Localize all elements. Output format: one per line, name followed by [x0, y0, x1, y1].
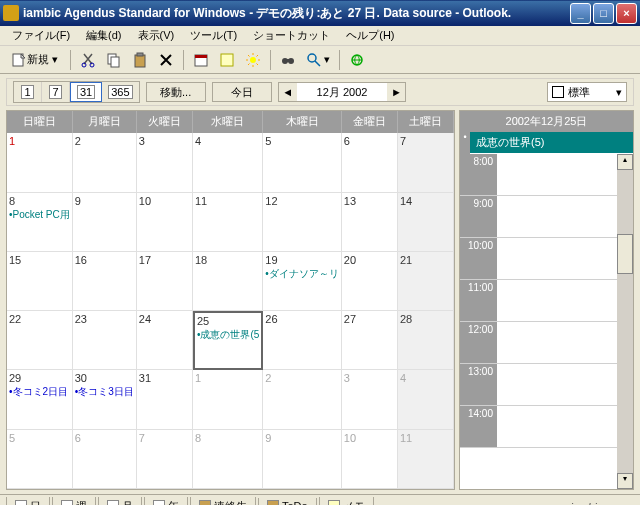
zoom-button[interactable]: ▾	[302, 49, 334, 71]
day-hour-row[interactable]: 11:00	[460, 280, 617, 322]
date-selector: ◄ 12月 2002 ►	[278, 82, 407, 102]
cut-button[interactable]	[76, 49, 100, 71]
calendar-cell[interactable]: 21	[398, 252, 454, 311]
todo-icon	[267, 500, 279, 505]
calendar-cell[interactable]: 19•ダイナソア～リ	[263, 252, 342, 311]
calendar-cell[interactable]: 10	[342, 430, 398, 489]
calendar-cell[interactable]: 16	[73, 252, 137, 311]
menu-edit[interactable]: 編集(d)	[78, 26, 129, 45]
day-hour-row[interactable]: 9:00	[460, 196, 617, 238]
day-timeline[interactable]: 8:009:0010:0011:0012:0013:0014:00	[460, 154, 617, 489]
calendar-cell[interactable]: 2	[263, 370, 342, 429]
sun-button[interactable]	[241, 49, 265, 71]
week-icon	[61, 500, 73, 505]
calendar-cell[interactable]: 17	[137, 252, 193, 311]
day-hour-row[interactable]: 10:00	[460, 238, 617, 280]
menu-file[interactable]: ファイル(F)	[4, 26, 78, 45]
tab-year[interactable]: 年	[144, 497, 188, 506]
tab-memo[interactable]: メモ	[319, 497, 374, 506]
note-button[interactable]	[215, 49, 239, 71]
delete-button[interactable]	[154, 49, 178, 71]
calendar-cell[interactable]: 12	[263, 193, 342, 252]
calendar-cell[interactable]: 13	[342, 193, 398, 252]
memo-icon	[328, 500, 340, 505]
tab-week[interactable]: 週	[52, 497, 96, 506]
calendar-cell[interactable]: 10	[137, 193, 193, 252]
calendar-cell[interactable]: 8	[193, 430, 263, 489]
calendar-cell[interactable]: 6	[342, 133, 398, 192]
cut-icon	[80, 52, 96, 68]
copy-icon	[106, 52, 122, 68]
calendar-cell[interactable]: 4	[193, 133, 263, 192]
copy-button[interactable]	[102, 49, 126, 71]
calendar-cell[interactable]: 3	[342, 370, 398, 429]
day-event[interactable]: 成恵の世界(5)	[470, 132, 633, 154]
calendar-cell[interactable]: 8•Pocket PC用	[7, 193, 73, 252]
calendar-cell[interactable]: 31	[137, 370, 193, 429]
scrollbar[interactable]: ▴ ▾	[617, 154, 633, 489]
calendar-cell[interactable]: 1	[193, 370, 263, 429]
calendar-cell[interactable]: 27	[342, 311, 398, 370]
style-combo[interactable]: 標準	[547, 82, 627, 102]
find-button[interactable]	[276, 49, 300, 71]
calendar-cell[interactable]: 11	[398, 430, 454, 489]
menu-help[interactable]: ヘルプ(H)	[338, 26, 402, 45]
menu-tools[interactable]: ツール(T)	[182, 26, 245, 45]
minimize-button[interactable]: _	[570, 3, 591, 24]
calendar-cell[interactable]: 15	[7, 252, 73, 311]
today-button[interactable]: 今日	[212, 82, 272, 102]
calendar-cell[interactable]: 1	[7, 133, 73, 192]
tab-todo[interactable]: ToDo	[258, 498, 317, 505]
calendar-cell[interactable]: 26	[263, 311, 342, 370]
calendar-cell[interactable]: 11	[193, 193, 263, 252]
close-button[interactable]: ×	[616, 3, 637, 24]
range-1-button[interactable]: 1	[14, 82, 42, 102]
day-hour-row[interactable]: 12:00	[460, 322, 617, 364]
calendar-cell[interactable]: 9	[263, 430, 342, 489]
paste-button[interactable]	[128, 49, 152, 71]
calendar-header: 火曜日	[137, 111, 193, 133]
calendar-cell[interactable]: 29•冬コミ2日目	[7, 370, 73, 429]
calendar-cell[interactable]: 28	[398, 311, 454, 370]
calendar-cell[interactable]: 18	[193, 252, 263, 311]
calendar-cell[interactable]: 25•成恵の世界(5	[193, 311, 263, 370]
calendar-cell[interactable]: 7	[137, 430, 193, 489]
calendar-header: 木曜日	[263, 111, 342, 133]
prev-month-button[interactable]: ◄	[279, 83, 297, 101]
calendar-cell[interactable]: 24	[137, 311, 193, 370]
calendar-header: 月曜日	[73, 111, 137, 133]
link-button[interactable]	[345, 49, 369, 71]
day-hour-row[interactable]: 14:00	[460, 406, 617, 448]
calendar-cell[interactable]: 5	[7, 430, 73, 489]
menu-view[interactable]: 表示(V)	[130, 26, 183, 45]
calendar-cell[interactable]: 23	[73, 311, 137, 370]
calendar-cell[interactable]: 4	[398, 370, 454, 429]
paste-icon	[132, 52, 148, 68]
menu-shortcut[interactable]: ショートカット	[245, 26, 338, 45]
calendar-cell[interactable]: 14	[398, 193, 454, 252]
day-hour-row[interactable]: 8:00	[460, 154, 617, 196]
range-31-button[interactable]: 31	[70, 82, 102, 102]
calendar-cell[interactable]: 6	[73, 430, 137, 489]
range-7-button[interactable]: 7	[42, 82, 70, 102]
calendar-button[interactable]	[189, 49, 213, 71]
calendar-cell[interactable]: 5	[263, 133, 342, 192]
calendar-cell[interactable]: 9	[73, 193, 137, 252]
calendar-cell[interactable]: 2	[73, 133, 137, 192]
range-365-button[interactable]: 365	[102, 82, 138, 102]
tab-day[interactable]: 日	[6, 497, 50, 506]
calendar-cell[interactable]: 22	[7, 311, 73, 370]
calendar-header: 水曜日	[193, 111, 263, 133]
calendar-cell[interactable]: 20	[342, 252, 398, 311]
new-button[interactable]: 新規 ▾	[4, 49, 65, 71]
calendar-cell[interactable]: 3	[137, 133, 193, 192]
calendar-cell[interactable]: 7	[398, 133, 454, 192]
tab-month[interactable]: 月	[98, 497, 142, 506]
day-hour-row[interactable]: 13:00	[460, 364, 617, 406]
calendar-cell[interactable]: 30•冬コミ3日目	[73, 370, 137, 429]
move-button[interactable]: 移動...	[146, 82, 206, 102]
maximize-button[interactable]: □	[593, 3, 614, 24]
tab-contacts[interactable]: 連絡先	[190, 497, 256, 506]
next-month-button[interactable]: ►	[387, 83, 405, 101]
svg-rect-9	[221, 54, 233, 66]
